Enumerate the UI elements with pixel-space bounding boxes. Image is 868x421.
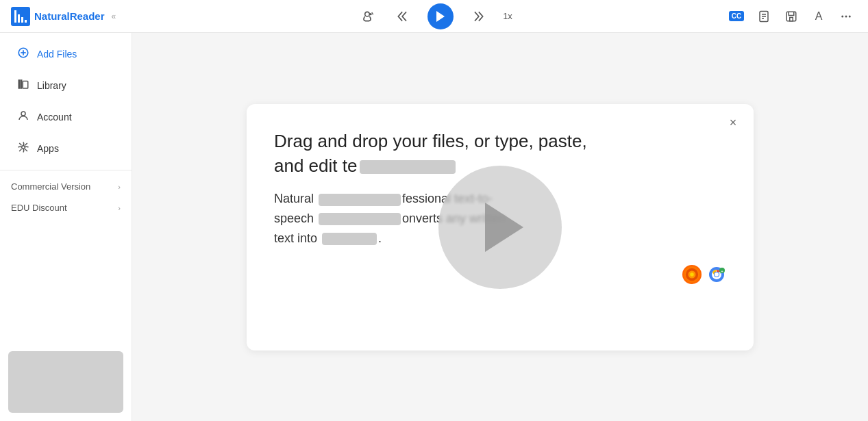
topbar-controls: 1x — [143, 3, 726, 29]
svg-rect-0 — [14, 10, 16, 23]
svg-point-30 — [715, 272, 719, 277]
speed-label[interactable]: 1x — [503, 11, 512, 21]
cc-button[interactable]: CC — [726, 5, 747, 27]
svg-point-4 — [365, 12, 370, 16]
rewind-button[interactable] — [392, 5, 414, 27]
sidebar-item-library[interactable]: Library — [5, 71, 126, 100]
video-play-overlay[interactable] — [438, 166, 562, 289]
svg-rect-1 — [18, 14, 20, 23]
svg-marker-6 — [436, 11, 445, 22]
sidebar-item-edu[interactable]: EDU Discount › — [0, 197, 132, 218]
topbar: NaturalReader « — [0, 0, 868, 33]
svg-point-14 — [845, 15, 847, 17]
commercial-chevron: › — [118, 183, 121, 191]
library-icon — [16, 78, 30, 93]
more-button[interactable] — [835, 5, 857, 27]
voice-button[interactable] — [356, 5, 378, 27]
sidebar-bottom — [0, 343, 132, 421]
svg-point-5 — [369, 13, 371, 15]
logo-text: NaturalReader — [34, 10, 105, 22]
svg-point-15 — [849, 15, 851, 17]
logo-area: NaturalReader « — [11, 7, 143, 26]
sidebar-item-account[interactable]: Account — [5, 103, 126, 131]
sidebar-item-apps[interactable]: Apps — [5, 134, 126, 163]
svg-rect-20 — [21, 80, 22, 88]
sidebar-thumbnail — [8, 351, 123, 413]
svg-point-23 — [22, 146, 25, 149]
cc-badge: CC — [729, 11, 744, 21]
svg-rect-12 — [790, 17, 793, 21]
main-layout: Add Files Library Account — [0, 33, 868, 421]
add-files-icon — [16, 47, 30, 62]
commercial-label: Commercial Version — [11, 181, 90, 192]
content-area: × Drag and drop your files, or type, pas… — [132, 33, 868, 421]
account-label: Account — [37, 112, 72, 123]
collapse-button[interactable]: « — [112, 12, 116, 21]
logo-icon — [11, 7, 30, 26]
card-close-button[interactable]: × — [723, 114, 743, 133]
svg-point-26 — [690, 272, 694, 277]
sidebar-divider — [0, 170, 132, 170]
play-button[interactable] — [427, 3, 454, 29]
svg-rect-3 — [25, 20, 27, 23]
document-button[interactable] — [753, 5, 775, 27]
sidebar: Add Files Library Account — [0, 33, 132, 421]
video-play-triangle — [485, 203, 523, 252]
firefox-extension-icon[interactable] — [682, 265, 702, 284]
save-button[interactable] — [780, 5, 802, 27]
sidebar-item-commercial[interactable]: Commercial Version › — [0, 176, 132, 197]
edu-chevron: › — [118, 204, 121, 212]
svg-rect-21 — [23, 81, 28, 89]
svg-rect-19 — [18, 80, 20, 88]
font-button[interactable]: A — [808, 5, 830, 27]
apps-icon — [16, 141, 30, 156]
add-files-label: Add Files — [37, 49, 77, 60]
welcome-card: × Drag and drop your files, or type, pas… — [247, 104, 754, 350]
topbar-right: CC A — [726, 5, 857, 27]
svg-point-22 — [21, 112, 25, 116]
svg-rect-2 — [21, 17, 23, 23]
svg-rect-11 — [786, 12, 796, 21]
library-label: Library — [37, 80, 66, 91]
chrome-extension-icon[interactable]: + — [707, 265, 726, 284]
edu-label: EDU Discount — [11, 203, 67, 213]
sidebar-item-add-files[interactable]: Add Files — [5, 40, 126, 68]
account-icon — [16, 110, 30, 125]
svg-point-13 — [841, 15, 843, 17]
apps-label: Apps — [37, 143, 59, 154]
svg-text:+: + — [721, 269, 723, 273]
forward-button[interactable] — [467, 5, 489, 27]
font-label: A — [815, 10, 823, 23]
